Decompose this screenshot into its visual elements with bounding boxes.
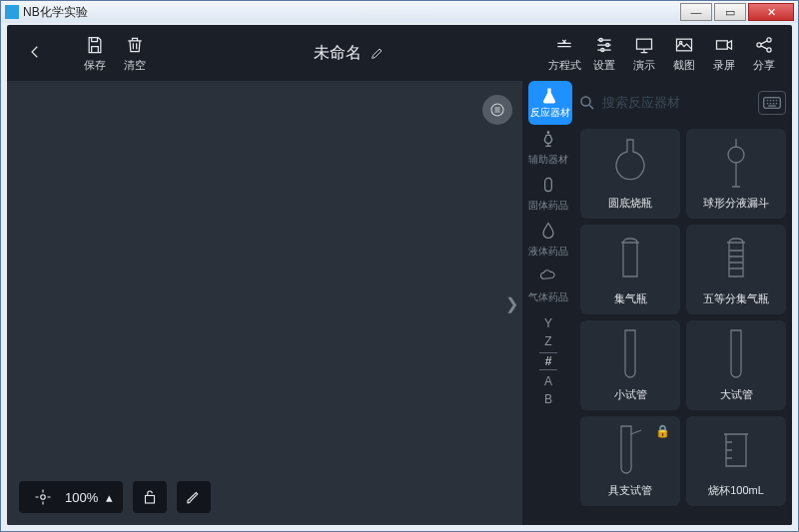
locate-icon[interactable]	[29, 483, 57, 511]
equipment-card[interactable]: 球形分液漏斗	[686, 129, 786, 219]
equipment-thumb	[580, 320, 680, 387]
svg-point-16	[728, 147, 744, 163]
equipment-grid: 圆底烧瓶球形分液漏斗集气瓶五等分集气瓶小试管大试管🔒具支试管烧杯100mL	[574, 125, 792, 525]
zoom-control[interactable]: 100% ▴	[19, 481, 123, 513]
top-toolbar: 保存 清空 未命名 方程式 设置	[7, 25, 792, 81]
equipment-name: 小试管	[614, 387, 647, 402]
category-solid[interactable]: 固体药品	[525, 173, 571, 213]
window-minimize-button[interactable]: —	[680, 3, 712, 21]
equipment-card[interactable]: 大试管	[686, 320, 786, 410]
record-button[interactable]: 录屏	[704, 28, 744, 78]
settings-button[interactable]: 设置	[584, 28, 624, 78]
document-title[interactable]: 未命名	[155, 43, 544, 64]
equipment-name: 球形分液漏斗	[703, 196, 769, 211]
app-icon	[5, 5, 19, 19]
category-gas[interactable]: 气体药品	[525, 265, 571, 304]
equipment-card[interactable]: 🔒具支试管	[580, 416, 680, 506]
equipment-thumb	[686, 129, 786, 196]
window-title: NB化学实验	[23, 4, 88, 21]
svg-rect-15	[545, 178, 552, 191]
svg-rect-14	[764, 98, 781, 109]
clear-button[interactable]: 清空	[115, 28, 155, 78]
equipment-card[interactable]: 五等分集气瓶	[686, 225, 786, 314]
equipment-name: 五等分集气瓶	[703, 291, 769, 306]
equipment-card[interactable]: 小试管	[580, 320, 680, 410]
category-aux[interactable]: 辅助器材	[525, 127, 571, 167]
edit-icon	[370, 45, 386, 61]
window-close-button[interactable]: ✕	[748, 3, 794, 21]
bottom-toolbar: 100% ▴	[19, 481, 211, 513]
present-button[interactable]: 演示	[624, 28, 664, 78]
svg-rect-6	[717, 40, 728, 48]
equipment-panel: 反应器材 搜索反应器材 辅助器材	[522, 81, 792, 525]
equipment-name: 大试管	[720, 387, 753, 402]
lock-layer-button[interactable]	[133, 481, 167, 513]
svg-rect-3	[637, 39, 652, 49]
zoom-value: 100%	[65, 490, 98, 505]
svg-point-13	[581, 97, 590, 106]
back-button[interactable]	[15, 28, 55, 78]
save-button[interactable]: 保存	[75, 28, 115, 78]
equipment-name: 集气瓶	[614, 291, 647, 306]
search-icon	[578, 94, 596, 112]
equipment-thumb	[686, 416, 786, 483]
lock-icon: 🔒	[655, 424, 670, 438]
svg-point-7	[757, 42, 761, 46]
window-titlebar: NB化学实验 — ▭ ✕	[1, 1, 798, 23]
equipment-thumb	[580, 225, 680, 291]
equation-button[interactable]: 方程式	[544, 28, 584, 78]
zoom-chevron-icon: ▴	[106, 490, 113, 505]
canvas-area[interactable]: ❯ 100% ▴	[7, 81, 522, 525]
svg-point-8	[767, 37, 771, 41]
equipment-card[interactable]: 烧杯100mL	[686, 416, 786, 506]
equipment-card[interactable]: 圆底烧瓶	[580, 129, 680, 219]
panel-collapse-handle[interactable]: ❯	[505, 293, 518, 312]
equipment-thumb	[686, 320, 786, 387]
equipment-name: 烧杯100mL	[708, 483, 764, 498]
svg-point-9	[767, 47, 771, 51]
brush-button[interactable]	[177, 481, 211, 513]
share-button[interactable]: 分享	[744, 28, 784, 78]
equipment-card[interactable]: 集气瓶	[580, 225, 680, 314]
category-rail: 辅助器材 固体药品 液体药品 气体药品	[522, 125, 574, 525]
window-maximize-button[interactable]: ▭	[714, 3, 746, 21]
category-liquid[interactable]: 液体药品	[525, 219, 571, 259]
equipment-thumb	[686, 225, 786, 291]
screenshot-button[interactable]: 截图	[664, 28, 704, 78]
equipment-thumb	[580, 129, 680, 196]
search-input[interactable]: 搜索反应器材	[578, 94, 752, 112]
keyboard-button[interactable]	[758, 91, 786, 115]
equipment-name: 具支试管	[608, 483, 652, 498]
category-active-reaction[interactable]: 反应器材	[528, 81, 572, 125]
svg-rect-12	[146, 496, 155, 504]
svg-point-11	[41, 495, 46, 500]
canvas-list-button[interactable]	[482, 95, 512, 125]
equipment-name: 圆底烧瓶	[608, 196, 652, 211]
alpha-index[interactable]: Y Z # A B	[539, 316, 558, 406]
